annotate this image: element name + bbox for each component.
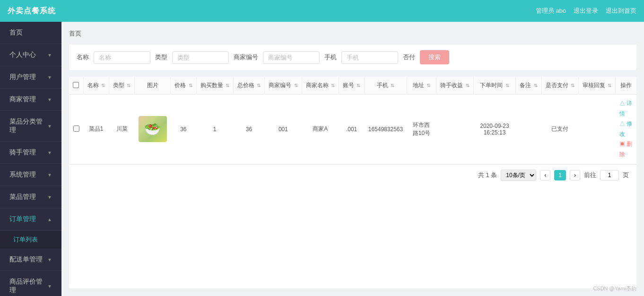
sort-icon: ⇅: [357, 83, 360, 88]
sort-icon: ⇅: [331, 83, 335, 88]
col-review-result: 审核回复 ⇅: [579, 77, 616, 95]
select-all-checkbox[interactable]: [73, 82, 79, 88]
filter-name-input[interactable]: [94, 51, 150, 64]
main-content: 首页 名称 类型 商家编号 手机 否付 搜索 名: [61, 22, 644, 296]
col-rider-earnings: 骑手收益 ⇅: [436, 77, 473, 95]
row-is-paid: 已支付: [541, 95, 578, 164]
col-merchant-id: 商家编号 ⇅: [265, 77, 302, 95]
logout-link[interactable]: 退出登录: [574, 7, 598, 15]
sidebar-item-dish-manage[interactable]: 菜品管理 ▼: [0, 186, 61, 208]
sidebar-item-review-manage[interactable]: 商品评价管理 ▼: [0, 271, 61, 296]
next-page-button[interactable]: ›: [570, 170, 580, 180]
sort-icon: ⇅: [189, 83, 192, 88]
col-order-time: 下单时间 ⇅: [473, 77, 516, 95]
col-total-price: 总价格 ⇅: [233, 77, 264, 95]
row-image: 🥗: [135, 95, 171, 164]
chevron-icon: ▼: [47, 53, 52, 58]
sort-icon: ⇅: [534, 83, 538, 88]
sort-icon: ⇅: [426, 83, 430, 88]
goto-label: 前往: [584, 171, 596, 179]
sidebar-item-user-manage[interactable]: 用户管理 ▼: [0, 66, 61, 89]
orders-table: 名称 ⇅ 类型 ⇅ 图片 价格 ⇅ 购买数量 ⇅ 总价格 ⇅ 商家编号 ⇅ 商家…: [69, 77, 636, 164]
sidebar-item-system-manage[interactable]: 系统管理 ▼: [0, 164, 61, 186]
sidebar-item-profile[interactable]: 个人中心 ▼: [0, 44, 61, 66]
row-address: 环市西路10号: [407, 95, 436, 164]
action-detail-link[interactable]: △ 详情: [619, 99, 633, 119]
sidebar-item-home[interactable]: 首页: [0, 22, 61, 44]
page-size-select[interactable]: 10条/页 20条/页 50条/页: [501, 170, 536, 181]
filter-paid-label: 否付: [403, 53, 415, 62]
food-image: 🥗: [139, 116, 167, 142]
row-name: 菜品1: [83, 95, 109, 164]
chevron-icon: ▼: [47, 172, 52, 178]
app-title: 外卖点餐系统: [8, 6, 56, 16]
sort-icon: ⇅: [294, 83, 298, 88]
top-nav-right: 管理员 abo 退出登录 退出到首页: [536, 7, 636, 15]
breadcrumb: 首页: [69, 29, 636, 38]
sort-icon: ⇅: [226, 83, 229, 88]
row-total-price: 36: [233, 95, 264, 164]
sidebar-item-rider-manage[interactable]: 骑手管理 ▼: [0, 142, 61, 164]
col-price: 价格 ⇅: [171, 77, 196, 95]
sort-icon: ⇅: [466, 83, 470, 88]
row-merchant-name: 商家A: [302, 95, 339, 164]
row-type: 川菜: [109, 95, 134, 164]
chevron-icon: ▼: [47, 284, 52, 289]
row-order-time: 2020-09-23 16:25:13: [473, 95, 516, 164]
action-delete-link[interactable]: ▣ 删除: [619, 139, 633, 160]
sort-icon: ⇅: [257, 83, 261, 88]
row-checkbox-cell: [69, 95, 83, 164]
prev-page-button[interactable]: ‹: [540, 170, 550, 180]
watermark: CSDN @Yami墨韵: [593, 285, 636, 292]
sort-icon: ⇅: [101, 83, 105, 88]
action-edit-link[interactable]: △ 修改: [619, 119, 633, 139]
col-type: 类型 ⇅: [109, 77, 134, 95]
row-price: 36: [171, 95, 196, 164]
filter-type-label: 类型: [155, 53, 167, 62]
row-checkbox[interactable]: [73, 126, 79, 132]
filter-merchant-id-input[interactable]: [263, 51, 320, 64]
col-order-no: 账号 ⇅: [339, 77, 364, 95]
sidebar-item-order-list[interactable]: 订单列表: [0, 231, 61, 249]
sidebar-item-merchant-manage[interactable]: 商家管理 ▼: [0, 89, 61, 111]
pagination-row: 共 1 条 10条/页 20条/页 50条/页 ‹ 1 › 前往 页: [69, 164, 636, 186]
sort-icon: ⇅: [127, 83, 131, 88]
filter-phone-label: 手机: [324, 53, 337, 62]
row-phone: 16549832563: [365, 95, 407, 164]
col-quantity: 购买数量 ⇅: [196, 77, 233, 95]
sort-icon: ⇅: [391, 83, 394, 88]
filter-phone-input[interactable]: [341, 51, 398, 64]
col-address: 地址 ⇅: [407, 77, 436, 95]
col-image: 图片: [135, 77, 171, 95]
sidebar-item-order-manage[interactable]: 订单管理 ▲: [0, 208, 61, 231]
chevron-icon: ▼: [47, 150, 52, 155]
chevron-icon: ▼: [47, 257, 52, 262]
top-nav: 外卖点餐系统 管理员 abo 退出登录 退出到首页: [0, 0, 644, 22]
sidebar-item-delivery-manage[interactable]: 配送单管理 ▼: [0, 249, 61, 271]
col-checkbox: [69, 77, 83, 95]
col-merchant-name: 商家名称 ⇅: [302, 77, 339, 95]
current-page-button[interactable]: 1: [554, 170, 566, 180]
sort-icon: ⇅: [505, 83, 509, 88]
sidebar-item-category-manage[interactable]: 菜品分类管理 ▼: [0, 111, 61, 142]
sort-icon: ⇅: [608, 83, 611, 88]
chevron-icon: ▼: [47, 75, 52, 80]
col-is-paid: 是否支付 ⇅: [541, 77, 578, 95]
chevron-icon: ▼: [47, 97, 52, 102]
chevron-icon: ▲: [47, 217, 52, 222]
row-order-no: .001: [339, 95, 364, 164]
back-to-home-link[interactable]: 退出到首页: [606, 7, 636, 15]
chevron-icon: ▼: [47, 124, 52, 129]
row-remark: [516, 95, 541, 164]
current-user: 管理员 abo: [536, 7, 566, 15]
sort-icon: ⇅: [571, 83, 574, 88]
filter-row: 名称 类型 商家编号 手机 否付 搜索: [69, 45, 636, 70]
filter-type-input[interactable]: [172, 51, 229, 64]
filter-merchant-id-label: 商家编号: [234, 53, 258, 62]
chevron-icon: ▼: [47, 195, 52, 200]
search-button[interactable]: 搜索: [420, 50, 449, 64]
page-label: 页: [623, 171, 629, 179]
page-jump-input[interactable]: [600, 170, 619, 180]
col-action: 操作: [616, 77, 636, 95]
table-row: 菜品1 川菜 🥗 36 1 36 001 商家A .001 1654983256…: [69, 95, 636, 164]
